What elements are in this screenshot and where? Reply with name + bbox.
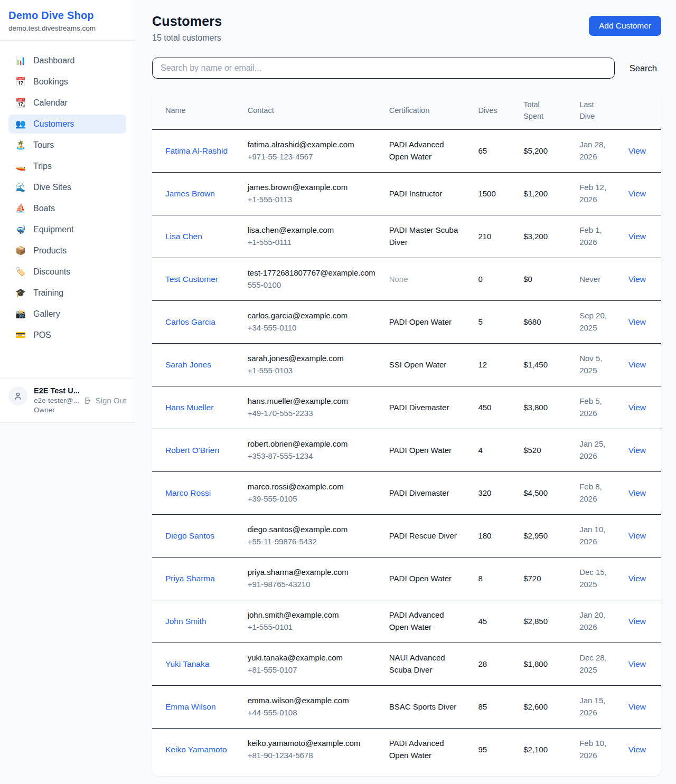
user-role: Owner <box>34 406 126 414</box>
customer-name-link[interactable]: Test Customer <box>165 273 218 286</box>
customer-row: Sarah Jonessarah.jones@example.com+1-555… <box>152 343 661 386</box>
sidebar-item-tours[interactable]: 🏝️Tours <box>8 136 126 155</box>
customer-name-link[interactable]: Fatima Al-Rashid <box>165 145 228 157</box>
customer-email: marco.rossi@example.com <box>248 481 377 493</box>
customer-certification: PADI Advanced Open Water <box>389 738 466 761</box>
sidebar-item-products[interactable]: 📦Products <box>8 241 126 260</box>
customer-name-link[interactable]: Emma Wilson <box>165 701 216 713</box>
customer-dives: 450 <box>472 386 517 429</box>
sidebar-item-gallery[interactable]: 📸Gallery <box>8 305 126 324</box>
customer-dives: 5 <box>472 300 517 343</box>
customers-table: NameContactCertificationDivesTotal Spent… <box>152 92 661 771</box>
customer-phone: +49-170-555-2233 <box>248 408 377 420</box>
customer-name-link[interactable]: Yuki Tanaka <box>165 658 209 670</box>
customer-name-link[interactable]: Keiko Yamamoto <box>165 743 227 756</box>
customer-last-dive: Jan 15, 2026 <box>573 685 622 728</box>
sidebar-item-label: POS <box>33 330 51 340</box>
customer-name-link[interactable]: John Smith <box>165 615 206 628</box>
tours-icon: 🏝️ <box>15 141 26 149</box>
view-customer-link[interactable]: View <box>628 317 646 326</box>
customer-name-link[interactable]: Robert O'Brien <box>165 444 219 457</box>
customer-certification: PADI Instructor <box>389 188 466 200</box>
view-customer-link[interactable]: View <box>628 488 646 497</box>
view-customer-link[interactable]: View <box>628 659 646 668</box>
customer-dives: 180 <box>472 514 517 557</box>
customer-email: john.smith@example.com <box>248 609 377 621</box>
search-bar: Search <box>152 58 661 79</box>
sidebar-item-trips[interactable]: 🚤Trips <box>8 157 126 176</box>
view-customer-link[interactable]: View <box>628 232 646 241</box>
customer-name-link[interactable]: Lisa Chen <box>165 230 202 243</box>
add-customer-button[interactable]: Add Customer <box>589 16 661 36</box>
customer-name-link[interactable]: Carlos Garcia <box>165 316 215 328</box>
sidebar-item-label: Boats <box>33 204 55 213</box>
sidebar-item-label: Tours <box>33 140 54 150</box>
customer-name-link[interactable]: Marco Rossi <box>165 487 211 499</box>
customer-certification: PADI Divemaster <box>389 402 466 414</box>
customer-total-spent: $2,100 <box>517 728 573 771</box>
sidebar-item-dive-sites[interactable]: 🌊Dive Sites <box>8 178 126 197</box>
customer-last-dive: Feb 8, 2026 <box>573 471 622 514</box>
sidebar-item-bookings[interactable]: 📅Bookings <box>8 72 126 91</box>
sidebar-item-pos[interactable]: 💳POS <box>8 326 126 345</box>
view-customer-link[interactable]: View <box>628 360 646 369</box>
sidebar-item-label: Trips <box>33 162 52 171</box>
sidebar-item-dashboard[interactable]: 📊Dashboard <box>8 51 126 70</box>
customer-certification: None <box>389 273 466 286</box>
sidebar-item-label: Equipment <box>33 225 74 234</box>
customer-last-dive: Dec 15, 2025 <box>573 557 622 600</box>
customer-dives: 8 <box>472 557 517 600</box>
page-title: Customers <box>152 14 222 29</box>
customer-dives: 320 <box>472 471 517 514</box>
customer-total-spent: $2,850 <box>517 600 573 643</box>
customer-phone: +1-555-0101 <box>248 621 377 634</box>
customer-name-link[interactable]: Diego Santos <box>165 530 214 542</box>
view-customer-link[interactable]: View <box>628 275 646 284</box>
sidebar-item-training[interactable]: 🎓Training <box>8 284 126 303</box>
view-customer-link[interactable]: View <box>628 745 646 754</box>
customer-phone: +353-87-555-1234 <box>248 450 377 462</box>
sidebar-item-calendar[interactable]: 📆Calendar <box>8 93 126 112</box>
sidebar-item-discounts[interactable]: 🏷️Discounts <box>8 262 126 281</box>
view-customer-link[interactable]: View <box>628 446 646 455</box>
customer-certification: PADI Advanced Open Water <box>389 609 466 633</box>
customer-email: diego.santos@example.com <box>248 524 377 536</box>
customer-dives: 85 <box>472 685 517 728</box>
customer-total-spent: $1,450 <box>517 343 573 386</box>
view-customer-link[interactable]: View <box>628 189 646 198</box>
view-customer-link[interactable]: View <box>628 403 646 412</box>
customer-certification: PADI Open Water <box>389 445 466 457</box>
sidebar-item-customers[interactable]: 👥Customers <box>8 115 126 134</box>
customer-email: yuki.tanaka@example.com <box>248 652 377 664</box>
search-input[interactable] <box>152 58 615 79</box>
pos-icon: 💳 <box>15 331 26 339</box>
customer-name-link[interactable]: Sarah Jones <box>165 358 211 371</box>
view-customer-link[interactable]: View <box>628 702 646 711</box>
customer-row: Lisa Chenlisa.chen@example.com+1-555-011… <box>152 215 661 258</box>
customer-certification: PADI Open Water <box>389 316 466 328</box>
customer-name-link[interactable]: Hans Mueller <box>165 401 213 414</box>
customer-last-dive: Dec 28, 2025 <box>573 643 622 685</box>
customer-total-spent: $0 <box>517 258 573 300</box>
sidebar-item-boats[interactable]: ⛵Boats <box>8 199 126 218</box>
customer-total-spent: $4,500 <box>517 471 573 514</box>
customer-row: Carlos Garciacarlos.garcia@example.com+3… <box>152 300 661 343</box>
search-button[interactable]: Search <box>625 60 661 77</box>
calendar-icon: 📆 <box>15 99 26 107</box>
customer-certification: PADI Open Water <box>389 573 466 585</box>
view-customer-link[interactable]: View <box>628 617 646 626</box>
customer-name-link[interactable]: James Brown <box>165 187 215 200</box>
view-customer-link[interactable]: View <box>628 531 646 540</box>
customer-name-link[interactable]: Priya Sharma <box>165 572 215 585</box>
sidebar-item-equipment[interactable]: 🤿Equipment <box>8 220 126 239</box>
customer-total-spent: $3,200 <box>517 215 573 258</box>
sign-out-button[interactable]: Sign Out <box>83 396 126 405</box>
customer-row: Priya Sharmapriya.sharma@example.com+91-… <box>152 557 661 600</box>
view-customer-link[interactable]: View <box>628 574 646 583</box>
view-customer-link[interactable]: View <box>628 146 646 155</box>
customer-dives: 45 <box>472 600 517 643</box>
brand-name[interactable]: Demo Dive Shop <box>8 10 126 22</box>
sidebar-item-label: Bookings <box>33 77 68 87</box>
table-header-row: NameContactCertificationDivesTotal Spent… <box>152 92 661 129</box>
customer-last-dive: Sep 20, 2025 <box>573 300 622 343</box>
